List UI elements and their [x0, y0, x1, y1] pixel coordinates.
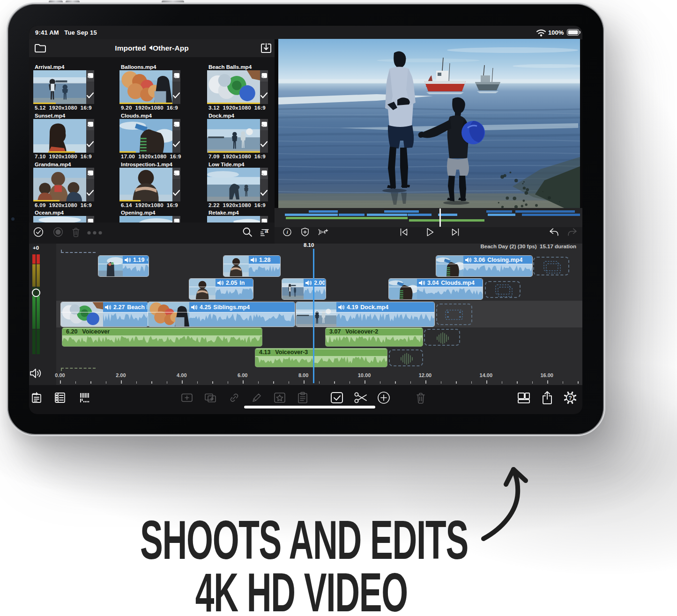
svg-text:i: i [287, 230, 288, 235]
svg-text:a: a [265, 227, 268, 234]
svg-text:?: ? [569, 395, 572, 401]
